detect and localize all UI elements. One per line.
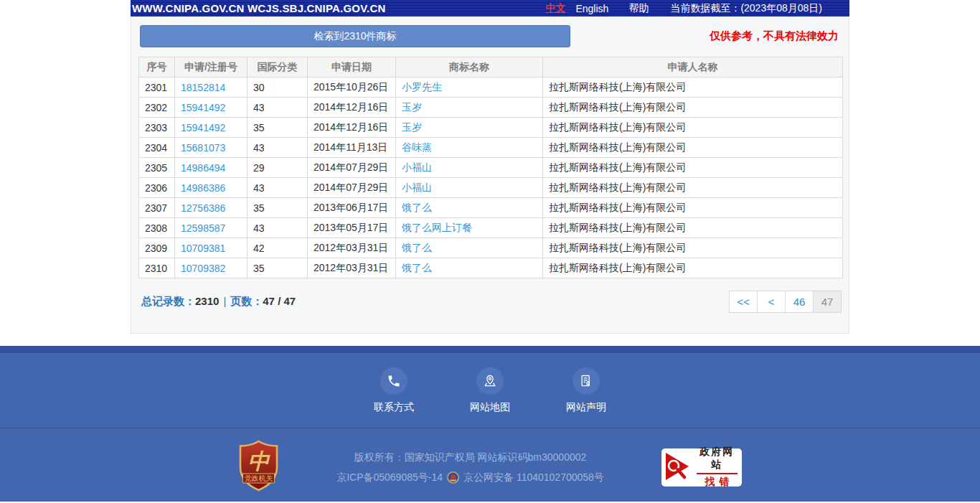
trademark-name-link[interactable]: 小福山 [402, 161, 432, 173]
page-column: WWW.CNIPA.GOV.CN WCJS.SBJ.CNIPA.GOV.CN 中… [131, 0, 849, 334]
gov-site-error-report-badge[interactable]: 政府网站 找错 [661, 448, 742, 486]
footer-link-contact-label: 联系方式 [374, 401, 414, 414]
trademark-name-link[interactable]: 饿了么 [402, 262, 432, 273]
footer-bottom-row: 中 党政机关 版权所有：国家知识产权局 网站标识码bm30000002 京ICP… [0, 428, 980, 494]
application-number-link[interactable]: 15941492 [181, 122, 225, 133]
application-number-link[interactable]: 18152814 [181, 82, 225, 93]
trademark-name-link[interactable]: 玉岁 [402, 121, 422, 133]
table-row: 230118152814302015年10月26日小罗先生拉扎斯网络科技(上海)… [139, 77, 843, 98]
application-number-link[interactable]: 10709382 [181, 263, 225, 274]
content-panel: 检索到2310件商标 仅供参考，不具有法律效力 序号 申请/注册号 国际分类 申… [131, 17, 849, 334]
application-number-link[interactable]: 12756386 [181, 202, 225, 214]
total-records-label: 总记录数： [141, 295, 195, 307]
pages-label: 页数： [230, 295, 263, 307]
party-gov-shield-badge: 中 党政机关 [238, 440, 279, 494]
map-pin-icon [476, 367, 504, 395]
footer-link-sitemap[interactable]: 网站地图 [470, 367, 510, 414]
top-bar: WWW.CNIPA.GOV.CN WCJS.SBJ.CNIPA.GOV.CN 中… [131, 0, 849, 17]
application-number-link[interactable]: 12598587 [181, 222, 225, 234]
col-header-application-no: 申请/注册号 [175, 57, 248, 77]
pages-value: 47 / 47 [263, 295, 296, 307]
document-icon [573, 367, 600, 395]
site-domains: WWW.CNIPA.GOV.CN WCJS.SBJ.CNIPA.GOV.CN [132, 2, 385, 14]
footer-link-statement[interactable]: 网站声明 [566, 367, 606, 414]
page-button[interactable]: << [729, 291, 758, 313]
magnifier-triangle-icon [664, 451, 693, 483]
table-header-row: 序号 申请/注册号 国际分类 申请日期 商标名称 申请人名称 [139, 57, 843, 77]
footer-link-contact[interactable]: 联系方式 [374, 367, 414, 414]
error-badge-line2: 找错 [700, 474, 733, 489]
trademark-name-link[interactable]: 玉岁 [402, 101, 422, 113]
copyright-block: 版权所有：国家知识产权局 网站标识码bm30000002 京ICP备050690… [336, 447, 604, 487]
trademark-results-table: 序号 申请/注册号 国际分类 申请日期 商标名称 申请人名称 230118152… [138, 57, 843, 278]
application-number-link[interactable]: 10709381 [181, 243, 225, 254]
help-link[interactable]: 帮助 [628, 2, 649, 15]
lang-chinese-link[interactable]: 中文 [545, 2, 565, 15]
lang-english-link[interactable]: English [575, 3, 608, 14]
stats-separator: | [223, 295, 226, 307]
data-cutoff-date: 当前数据截至：(2023年08月08日) [670, 2, 847, 15]
record-stats: 总记录数：2310|页数：47 / 47 [141, 295, 296, 309]
footer-gap [0, 334, 980, 346]
col-header-seq: 序号 [139, 57, 175, 77]
trademark-name-link[interactable]: 饿了么网上订餐 [402, 222, 472, 233]
result-bar: 检索到2310件商标 仅供参考，不具有法律效力 [138, 25, 842, 47]
table-row: 230614986386432014年07月29日小福山拉扎斯网络科技(上海)有… [139, 178, 843, 198]
page-button[interactable]: < [757, 291, 786, 313]
footer: 联系方式 网站地图 网站声明 [0, 346, 980, 502]
col-header-trademark-name: 商标名称 [396, 57, 543, 77]
table-row: 231010709382352012年03月31日饿了么拉扎斯网络科技(上海)有… [139, 258, 843, 278]
application-number-link[interactable]: 14986386 [181, 182, 225, 194]
footer-link-statement-label: 网站声明 [566, 401, 606, 414]
trademark-name-link[interactable]: 谷味蒸 [402, 141, 432, 153]
topbar-links: 中文 English 帮助 当前数据截至：(2023年08月08日) [545, 2, 847, 15]
table-row: 230315941492352014年12月16日玉岁拉扎斯网络科技(上海)有限… [139, 118, 843, 138]
trademark-name-link[interactable]: 饿了么 [402, 202, 432, 213]
footer-link-row: 联系方式 网站地图 网站声明 [0, 353, 980, 414]
application-number-link[interactable]: 15681073 [181, 142, 225, 154]
col-header-applicant-name: 申请人名称 [543, 57, 843, 77]
shield-badge-text: 党政机关 [245, 474, 273, 482]
table-row: 230415681073432014年11月13日谷味蒸拉扎斯网络科技(上海)有… [139, 138, 843, 158]
application-number-link[interactable]: 14986494 [181, 162, 225, 174]
col-header-filing-date: 申请日期 [308, 57, 396, 77]
police-emblem-icon [447, 471, 459, 484]
error-badge-line1: 政府网站 [697, 446, 738, 474]
application-number-link[interactable]: 15941492 [181, 102, 225, 113]
trademark-name-link[interactable]: 小福山 [402, 182, 432, 193]
table-row: 230712756386352013年06月17日饿了么拉扎斯网络科技(上海)有… [139, 198, 843, 218]
table-row: 230812598587432013年05月17日饿了么网上订餐拉扎斯网络科技(… [139, 218, 843, 238]
icp-number: 京ICP备05069085号-14 [336, 467, 443, 487]
pager-buttons: <<<4647 [730, 291, 842, 313]
legal-disclaimer: 仅供参考，不具有法律效力 [710, 29, 839, 43]
page-button-current[interactable]: 47 [813, 291, 842, 313]
error-badge-text: 政府网站 找错 [697, 446, 738, 489]
phone-icon [380, 367, 407, 395]
pagination-bar: 总记录数：2310|页数：47 / 47 <<<4647 [138, 291, 842, 313]
col-header-intl-class: 国际分类 [248, 57, 308, 77]
footer-top-strip [0, 346, 980, 353]
table-row: 230514986494292014年07月29日小福山拉扎斯网络科技(上海)有… [139, 158, 843, 178]
total-records-value: 2310 [195, 295, 219, 307]
table-row: 230215941492432014年12月16日玉岁拉扎斯网络科技(上海)有限… [139, 98, 843, 118]
trademark-name-link[interactable]: 小罗先生 [402, 81, 442, 93]
result-count-button[interactable]: 检索到2310件商标 [140, 25, 570, 47]
police-registration-number: 京公网安备 11040102700058号 [463, 467, 604, 487]
page-button[interactable]: 46 [785, 291, 814, 313]
copyright-line: 版权所有：国家知识产权局 网站标识码bm30000002 [336, 447, 604, 467]
svg-text:中: 中 [248, 448, 271, 474]
table-row: 230910709381422012年03月31日饿了么拉扎斯网络科技(上海)有… [139, 238, 843, 258]
trademark-name-link[interactable]: 饿了么 [402, 242, 432, 253]
footer-link-sitemap-label: 网站地图 [470, 401, 510, 414]
